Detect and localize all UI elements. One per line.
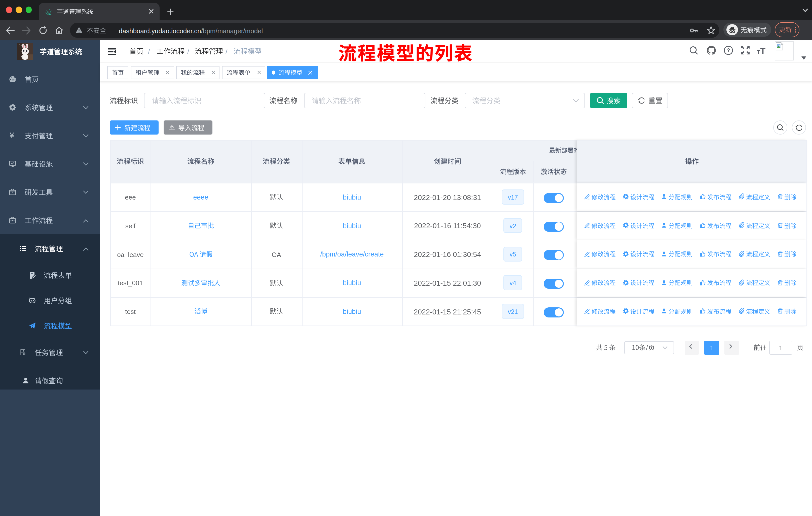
svg-text:?: ? (727, 47, 730, 53)
